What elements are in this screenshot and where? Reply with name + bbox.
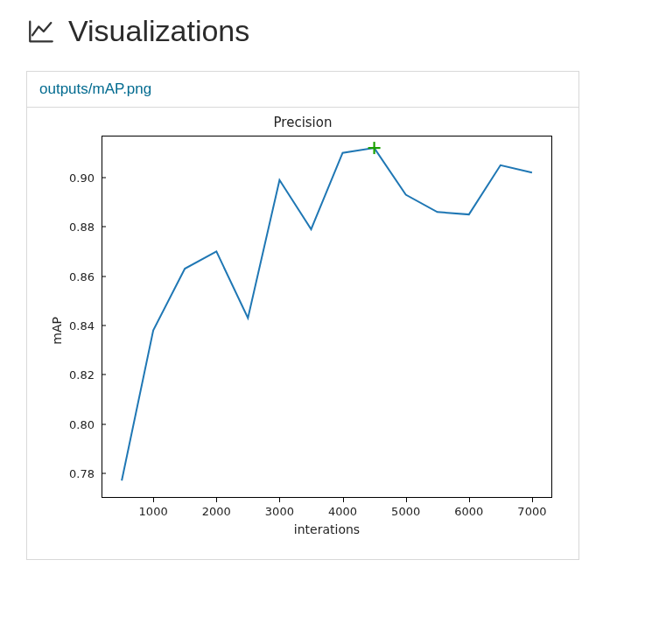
visualization-card: outputs/mAP.png Precision 0.780.800.820.… (26, 71, 579, 560)
best-point-marker (368, 142, 381, 154)
section-title: Visualizations (68, 14, 249, 48)
card-header: outputs/mAP.png (27, 72, 578, 108)
data-line (122, 148, 532, 480)
chart-area: 0.780.800.820.840.860.880.90100020003000… (36, 134, 570, 543)
chart-svg (36, 134, 570, 543)
card-body: Precision 0.780.800.820.840.860.880.9010… (27, 108, 578, 559)
line-chart-icon (26, 17, 56, 46)
section-header: Visualizations (26, 14, 619, 48)
output-file-link[interactable]: outputs/mAP.png (39, 80, 151, 97)
chart-title: Precision (36, 115, 570, 130)
